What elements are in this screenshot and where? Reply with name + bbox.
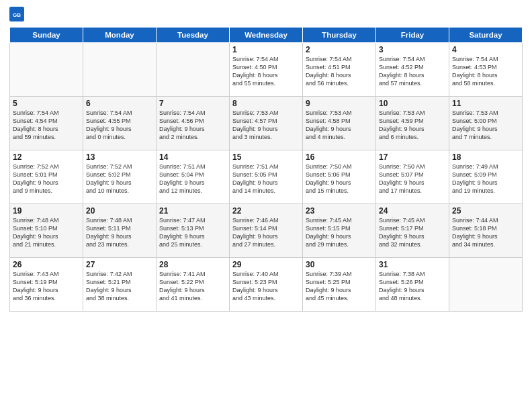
day-number: 12 [13, 152, 80, 162]
day-info: Sunrise: 7:38 AM Sunset: 5:26 PM Dayligh… [379, 270, 446, 303]
day-cell: 19Sunrise: 7:48 AM Sunset: 5:10 PM Dayli… [10, 204, 83, 258]
logo: GB [9, 7, 27, 21]
day-info: Sunrise: 7:53 AM Sunset: 4:58 PM Dayligh… [306, 109, 373, 142]
week-row-4: 19Sunrise: 7:48 AM Sunset: 5:10 PM Dayli… [10, 204, 523, 258]
day-cell: 24Sunrise: 7:45 AM Sunset: 5:17 PM Dayli… [376, 204, 449, 258]
day-info: Sunrise: 7:43 AM Sunset: 5:19 PM Dayligh… [13, 270, 80, 303]
day-cell: 16Sunrise: 7:50 AM Sunset: 5:06 PM Dayli… [303, 150, 376, 204]
day-cell: 20Sunrise: 7:48 AM Sunset: 5:11 PM Dayli… [83, 204, 157, 258]
day-info: Sunrise: 7:53 AM Sunset: 4:59 PM Dayligh… [379, 109, 446, 142]
day-number: 2 [306, 45, 373, 54]
day-cell: 25Sunrise: 7:44 AM Sunset: 5:18 PM Dayli… [449, 204, 523, 258]
day-number: 15 [232, 152, 300, 162]
day-info: Sunrise: 7:54 AM Sunset: 4:51 PM Dayligh… [306, 55, 373, 88]
day-number: 28 [159, 260, 226, 269]
week-row-2: 5Sunrise: 7:54 AM Sunset: 4:54 PM Daylig… [10, 97, 523, 150]
week-row-5: 26Sunrise: 7:43 AM Sunset: 5:19 PM Dayli… [10, 258, 523, 312]
day-number: 20 [86, 206, 153, 216]
day-info: Sunrise: 7:45 AM Sunset: 5:17 PM Dayligh… [379, 216, 446, 249]
day-number: 5 [13, 99, 80, 108]
day-number: 31 [379, 260, 446, 269]
day-cell: 28Sunrise: 7:41 AM Sunset: 5:22 PM Dayli… [157, 258, 230, 312]
day-cell: 13Sunrise: 7:52 AM Sunset: 5:02 PM Dayli… [83, 150, 157, 204]
day-info: Sunrise: 7:53 AM Sunset: 4:57 PM Dayligh… [232, 109, 300, 142]
day-cell [449, 258, 523, 312]
day-cell [10, 43, 83, 97]
day-number: 29 [232, 260, 300, 269]
day-info: Sunrise: 7:51 AM Sunset: 5:04 PM Dayligh… [159, 163, 226, 195]
day-number: 11 [452, 99, 519, 108]
day-number: 25 [452, 206, 519, 216]
day-cell: 10Sunrise: 7:53 AM Sunset: 4:59 PM Dayli… [376, 97, 449, 150]
day-number: 17 [379, 152, 446, 162]
day-number: 16 [306, 152, 373, 162]
day-number: 1 [232, 45, 300, 54]
calendar-body: 1Sunrise: 7:54 AM Sunset: 4:50 PM Daylig… [10, 43, 523, 312]
day-cell: 9Sunrise: 7:53 AM Sunset: 4:58 PM Daylig… [303, 97, 376, 150]
day-info: Sunrise: 7:54 AM Sunset: 4:52 PM Dayligh… [379, 55, 446, 88]
day-info: Sunrise: 7:41 AM Sunset: 5:22 PM Dayligh… [159, 270, 226, 303]
day-cell: 7Sunrise: 7:54 AM Sunset: 4:56 PM Daylig… [157, 97, 230, 150]
col-header-thursday: Thursday [303, 28, 376, 43]
day-info: Sunrise: 7:51 AM Sunset: 5:05 PM Dayligh… [232, 163, 300, 195]
day-info: Sunrise: 7:50 AM Sunset: 5:06 PM Dayligh… [306, 163, 373, 195]
day-cell [83, 43, 157, 97]
day-number: 6 [86, 99, 153, 108]
day-info: Sunrise: 7:54 AM Sunset: 4:54 PM Dayligh… [13, 109, 80, 142]
day-cell: 22Sunrise: 7:46 AM Sunset: 5:14 PM Dayli… [230, 204, 303, 258]
day-cell: 12Sunrise: 7:52 AM Sunset: 5:01 PM Dayli… [10, 150, 83, 204]
header: GB [9, 7, 523, 21]
day-number: 19 [13, 206, 80, 216]
day-number: 4 [452, 45, 519, 54]
day-cell: 3Sunrise: 7:54 AM Sunset: 4:52 PM Daylig… [376, 43, 449, 97]
day-number: 26 [13, 260, 80, 269]
day-number: 18 [452, 152, 519, 162]
calendar-header: SundayMondayTuesdayWednesdayThursdayFrid… [10, 28, 523, 43]
week-row-3: 12Sunrise: 7:52 AM Sunset: 5:01 PM Dayli… [10, 150, 523, 204]
day-info: Sunrise: 7:48 AM Sunset: 5:11 PM Dayligh… [86, 216, 153, 249]
day-info: Sunrise: 7:39 AM Sunset: 5:25 PM Dayligh… [306, 270, 373, 303]
day-cell: 2Sunrise: 7:54 AM Sunset: 4:51 PM Daylig… [303, 43, 376, 97]
day-info: Sunrise: 7:50 AM Sunset: 5:07 PM Dayligh… [379, 163, 446, 195]
calendar-container: GB SundayMondayTuesdayWednesdayThursdayF… [0, 0, 532, 411]
day-info: Sunrise: 7:42 AM Sunset: 5:21 PM Dayligh… [86, 270, 153, 303]
day-cell: 4Sunrise: 7:54 AM Sunset: 4:53 PM Daylig… [449, 43, 523, 97]
day-number: 22 [232, 206, 300, 216]
day-info: Sunrise: 7:54 AM Sunset: 4:55 PM Dayligh… [86, 109, 153, 142]
day-number: 9 [306, 99, 373, 108]
day-info: Sunrise: 7:54 AM Sunset: 4:50 PM Dayligh… [232, 55, 300, 88]
day-cell: 6Sunrise: 7:54 AM Sunset: 4:55 PM Daylig… [83, 97, 157, 150]
day-cell: 17Sunrise: 7:50 AM Sunset: 5:07 PM Dayli… [376, 150, 449, 204]
day-info: Sunrise: 7:54 AM Sunset: 4:53 PM Dayligh… [452, 55, 519, 88]
day-info: Sunrise: 7:49 AM Sunset: 5:09 PM Dayligh… [452, 163, 519, 195]
day-number: 21 [159, 206, 226, 216]
day-cell: 15Sunrise: 7:51 AM Sunset: 5:05 PM Dayli… [230, 150, 303, 204]
day-info: Sunrise: 7:52 AM Sunset: 5:01 PM Dayligh… [13, 163, 80, 195]
day-info: Sunrise: 7:40 AM Sunset: 5:23 PM Dayligh… [232, 270, 300, 303]
day-cell: 14Sunrise: 7:51 AM Sunset: 5:04 PM Dayli… [157, 150, 230, 204]
day-number: 13 [86, 152, 153, 162]
day-info: Sunrise: 7:46 AM Sunset: 5:14 PM Dayligh… [232, 216, 300, 249]
day-cell: 26Sunrise: 7:43 AM Sunset: 5:19 PM Dayli… [10, 258, 83, 312]
day-cell: 8Sunrise: 7:53 AM Sunset: 4:57 PM Daylig… [230, 97, 303, 150]
col-header-wednesday: Wednesday [230, 28, 303, 43]
day-number: 14 [159, 152, 226, 162]
day-cell: 29Sunrise: 7:40 AM Sunset: 5:23 PM Dayli… [230, 258, 303, 312]
day-info: Sunrise: 7:48 AM Sunset: 5:10 PM Dayligh… [13, 216, 80, 249]
day-cell [157, 43, 230, 97]
col-header-friday: Friday [376, 28, 449, 43]
day-number: 7 [159, 99, 226, 108]
day-info: Sunrise: 7:44 AM Sunset: 5:18 PM Dayligh… [452, 216, 519, 249]
day-cell: 30Sunrise: 7:39 AM Sunset: 5:25 PM Dayli… [303, 258, 376, 312]
day-number: 27 [86, 260, 153, 269]
col-header-sunday: Sunday [10, 28, 83, 43]
week-row-1: 1Sunrise: 7:54 AM Sunset: 4:50 PM Daylig… [10, 43, 523, 97]
day-number: 10 [379, 99, 446, 108]
day-cell: 27Sunrise: 7:42 AM Sunset: 5:21 PM Dayli… [83, 258, 157, 312]
day-number: 3 [379, 45, 446, 54]
day-number: 23 [306, 206, 373, 216]
day-cell: 5Sunrise: 7:54 AM Sunset: 4:54 PM Daylig… [10, 97, 83, 150]
day-cell: 23Sunrise: 7:45 AM Sunset: 5:15 PM Dayli… [303, 204, 376, 258]
day-cell: 31Sunrise: 7:38 AM Sunset: 5:26 PM Dayli… [376, 258, 449, 312]
day-number: 30 [306, 260, 373, 269]
